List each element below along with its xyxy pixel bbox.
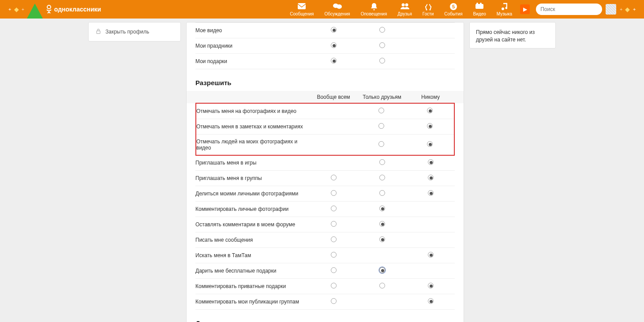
nav-item-events[interactable]: 5События: [439, 2, 468, 17]
radio-option[interactable]: [428, 190, 434, 196]
allow-row: Приглашать меня в игры: [195, 155, 455, 171]
radio-option[interactable]: [379, 283, 385, 288]
nav-label: Видео: [473, 11, 486, 16]
row-label: Мое видео: [195, 27, 309, 34]
additional-section-title: Дополнительно: [187, 310, 464, 322]
radio-option[interactable]: [379, 221, 385, 227]
radio-option[interactable]: [331, 42, 337, 48]
nav-item-music[interactable]: Музыка: [491, 2, 517, 17]
radio-option[interactable]: [331, 267, 337, 273]
allow-row: Искать меня в ТамТам: [195, 248, 455, 263]
radio-option[interactable]: [331, 58, 337, 64]
svg-text:5: 5: [452, 4, 455, 9]
radio-option[interactable]: [427, 108, 433, 113]
radio-option[interactable]: [331, 221, 337, 227]
radio-option[interactable]: [379, 159, 385, 165]
svg-point-3: [337, 4, 342, 9]
nav-item-discussions[interactable]: Обсуждения: [319, 2, 356, 17]
radio-option[interactable]: [428, 283, 434, 288]
nav-label: События: [444, 11, 462, 16]
radio-option[interactable]: [331, 206, 337, 211]
discussions-icon: [333, 3, 342, 11]
main-panel: Мое видеоМои праздникиМои подарки Разреш…: [186, 22, 464, 322]
allow-rows: Приглашать меня в игрыПриглашать меня в …: [187, 155, 464, 310]
allow-row: Комментировать личные фотографии: [195, 202, 455, 217]
ok-logo-icon: [45, 5, 52, 14]
radio-option[interactable]: [379, 267, 385, 273]
column-header-friends: Только друзьям: [358, 94, 406, 100]
radio-option[interactable]: [428, 298, 434, 304]
row-label: Приглашать меня в группы: [195, 175, 309, 181]
radio-option[interactable]: [378, 123, 384, 129]
messages-icon: [297, 3, 306, 11]
nav-item-notifications[interactable]: Оповещения: [356, 2, 393, 17]
radio-option[interactable]: [379, 58, 385, 64]
search-input[interactable]: [540, 6, 607, 12]
music-icon: [501, 3, 507, 11]
top-header: ✦ ◆ + одноклассники СообщенияОбсужденияО…: [0, 0, 644, 19]
radio-option[interactable]: [331, 298, 337, 304]
svg-point-6: [405, 3, 408, 6]
row-label: Делиться моими личными фотографиями: [195, 191, 309, 197]
search-box[interactable]: [536, 4, 602, 15]
user-avatar[interactable]: [606, 4, 616, 15]
row-label: Комментировать приватные подарки: [195, 283, 309, 289]
allow-row: Писать мне сообщения: [195, 232, 455, 248]
radio-option[interactable]: [379, 236, 385, 242]
nav-label: Друзья: [397, 11, 412, 16]
friends-online-status: Прямо сейчас никого из друзей на сайте н…: [476, 29, 535, 43]
svg-rect-11: [476, 4, 483, 9]
radio-option[interactable]: [379, 190, 385, 196]
brand-name: одноклассники: [54, 6, 101, 13]
radio-option[interactable]: [331, 175, 337, 180]
allow-row: Оставлять комментарии в моем форуме: [195, 217, 455, 232]
lock-icon: [96, 28, 101, 35]
row-label: Комментировать личные фотографии: [195, 206, 309, 212]
radio-option[interactable]: [428, 175, 434, 180]
sparkle-plus-icon: +: [620, 7, 622, 12]
radio-option[interactable]: [331, 283, 337, 288]
svg-point-12: [476, 3, 478, 4]
brand-logo[interactable]: одноклассники: [45, 5, 101, 14]
allow-row: Дарить мне бесплатные подарки: [195, 263, 455, 279]
radio-option[interactable]: [331, 190, 337, 196]
row-label: Комментировать мои публикации группам: [195, 299, 309, 305]
nav-item-friends[interactable]: Друзья: [392, 2, 417, 17]
radio-option[interactable]: [428, 252, 434, 258]
allow-section-title: Разрешить: [187, 69, 464, 91]
events-icon: 5: [449, 3, 457, 11]
sparkle-plus-icon: ✦: [633, 7, 636, 12]
highlighted-settings: Отмечать меня на фотографиях и видеоОтме…: [195, 103, 455, 156]
radio-option[interactable]: [379, 42, 385, 48]
svg-point-8: [429, 9, 431, 10]
radio-option[interactable]: [427, 141, 433, 147]
radio-option[interactable]: [331, 27, 337, 33]
radio-option[interactable]: [331, 252, 337, 258]
sparkle-diamond-icon: ◆: [14, 6, 19, 13]
nav-item-video[interactable]: Видео: [468, 2, 491, 17]
svg-point-14: [502, 7, 504, 10]
sparkle-diamond-icon: ◆: [625, 6, 630, 13]
radio-option[interactable]: [379, 206, 385, 211]
nav-item-messages[interactable]: Сообщения: [285, 2, 319, 17]
row-label: Отмечать меня на фотографиях и видео: [196, 108, 308, 114]
radio-option[interactable]: [379, 27, 385, 33]
radio-option[interactable]: [428, 159, 434, 165]
play-button[interactable]: ▶: [520, 4, 530, 14]
column-header-nobody: Никому: [406, 94, 455, 100]
sparkle-plus-icon: +: [22, 7, 24, 12]
radio-option[interactable]: [331, 236, 337, 242]
radio-option[interactable]: [378, 141, 384, 147]
play-icon: ▶: [523, 6, 527, 12]
svg-point-0: [47, 5, 51, 9]
visibility-row: Мои праздники: [195, 38, 455, 54]
allow-row: Комментировать приватные подарки: [195, 279, 455, 294]
nav-item-guests[interactable]: Гости: [417, 2, 439, 17]
radio-option[interactable]: [378, 108, 384, 113]
page-container: Закрыть профиль Мое видеоМои праздникиМо…: [88, 19, 556, 322]
radio-option[interactable]: [427, 123, 433, 129]
radio-option[interactable]: [379, 175, 385, 180]
sidebar-left[interactable]: Закрыть профиль: [88, 22, 181, 41]
row-label: Мои подарки: [195, 58, 309, 64]
header-decor-left: ✦ ◆ +: [8, 6, 24, 13]
